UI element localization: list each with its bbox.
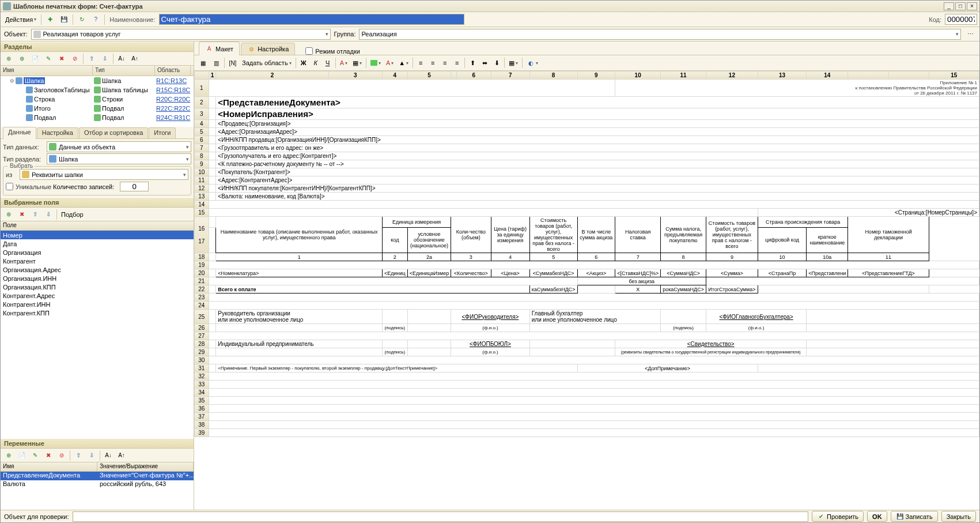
sec-up-button[interactable]: ⇧ — [85, 53, 98, 65]
align-left-button[interactable]: ≡ — [415, 57, 426, 69]
merge-button[interactable]: ▦ — [506, 57, 520, 69]
var-sort-asc-button[interactable]: A↓ — [102, 450, 115, 461]
var-delete-button[interactable]: ✖ — [42, 450, 55, 461]
close-form-button[interactable]: Закрыть — [941, 511, 976, 522]
align-right-button[interactable]: ≡ — [439, 57, 451, 69]
field-row[interactable]: Организация.КПП — [1, 283, 194, 291]
statusbar: Объект для проверки: ✔Проверить OK 💾Запи… — [1, 510, 979, 522]
unique-checkbox[interactable]: Уникальные — [6, 183, 47, 190]
write-button[interactable]: 💾Записать — [891, 511, 938, 522]
font-button[interactable]: A — [338, 57, 350, 69]
verify-button[interactable]: ✔Проверить — [812, 511, 864, 522]
actions-more-button[interactable]: ⋯ — [964, 28, 976, 40]
from-combo[interactable]: Реквизиты шапки — [20, 169, 188, 180]
window-title: Шаблоны печатных форм: Счет-фактура — [13, 3, 944, 10]
sec-sort-desc-button[interactable]: A↑ — [128, 53, 141, 65]
valign-mid-button[interactable]: ⬌ — [479, 57, 490, 69]
textcolor-button[interactable]: A — [384, 57, 396, 69]
datatype-combo[interactable]: Данные из объекта — [47, 141, 191, 152]
var-up-button[interactable]: ⇧ — [72, 450, 85, 461]
sections-tree[interactable]: ⊖ Шапка ШапкаR1C:R13C ЗаголовокТаблицы Ш… — [1, 76, 194, 127]
sec-down-button[interactable]: ⇩ — [99, 53, 111, 65]
name-input[interactable] — [159, 14, 464, 25]
var-copy-button[interactable]: 📄 — [16, 450, 28, 461]
count-input[interactable] — [120, 182, 149, 191]
fld-delete-button[interactable]: ✖ — [16, 209, 28, 220]
maximize-button[interactable]: □ — [955, 2, 966, 10]
spreadsheet[interactable]: 1234567891011121314151Приложение № 1к по… — [194, 71, 979, 510]
field-row[interactable]: Контрагент.КПП — [1, 308, 194, 317]
var-row[interactable]: ПредставлениеДокументаЗначение="Счет-фак… — [1, 472, 194, 480]
var-sort-desc-button[interactable]: A↑ — [115, 450, 128, 461]
fmt-names-button[interactable]: [N] — [226, 57, 239, 69]
save-button[interactable]: 💾 — [58, 14, 70, 25]
tab-data[interactable]: Данные — [3, 127, 36, 139]
var-down-button[interactable]: ⇩ — [85, 450, 98, 461]
set-area-button[interactable]: Задать область — [240, 57, 294, 69]
section-row[interactable]: ЗаголовокТаблицы Шапка таблицыR15C:R18C — [1, 85, 194, 95]
fld-up-button[interactable]: ⇧ — [29, 209, 41, 220]
ok-button[interactable]: OK — [867, 511, 887, 522]
sec-edit-button[interactable]: ✎ — [42, 53, 55, 65]
actions-menu[interactable]: Действия — [3, 14, 39, 25]
field-row[interactable]: Номер — [1, 231, 194, 239]
field-row[interactable]: Контрагент.ИНН — [1, 300, 194, 308]
add-button[interactable]: ✚ — [44, 14, 56, 25]
field-row[interactable]: Организация.ИНН — [1, 274, 194, 283]
sec-copy-button[interactable]: 📄 — [29, 53, 41, 65]
var-edit-button[interactable]: ✎ — [29, 450, 41, 461]
sec-add-button[interactable]: ⊕ — [2, 53, 15, 65]
fields-title: Выбранные поля — [1, 197, 194, 208]
bgcolor-button[interactable] — [368, 57, 383, 69]
fmt-props-button[interactable]: ▥ — [210, 57, 222, 69]
refresh-button[interactable]: ↻ — [75, 14, 88, 25]
field-row[interactable]: Дата — [1, 239, 194, 248]
section-row[interactable]: ⊖ Шапка ШапкаR1C:R13C — [1, 76, 194, 85]
field-row[interactable]: Организация — [1, 248, 194, 257]
data-tabs: Данные Настройка Отбор и сортировка Итог… — [1, 127, 194, 139]
field-row[interactable]: Контрагент.Адрес — [1, 291, 194, 300]
sec-sort-asc-button[interactable]: A↓ — [115, 53, 128, 65]
fld-add-button[interactable]: ⊕ — [2, 209, 15, 220]
border-button[interactable]: ▦ — [350, 57, 364, 69]
podbor-button[interactable]: Подбор — [59, 209, 86, 220]
field-row[interactable]: Контрагент — [1, 257, 194, 265]
section-row[interactable]: Итого ПодвалR22C:R22C — [1, 104, 194, 113]
debug-checkbox[interactable]: Режим отладки — [305, 47, 360, 55]
close-button[interactable]: × — [967, 2, 977, 10]
field-row[interactable]: Организация.Адрес — [1, 265, 194, 274]
var-row[interactable]: Валютароссийский рубль, 643 — [1, 480, 194, 489]
tab-filter[interactable]: Отбор и сортировка — [79, 127, 148, 138]
fmt-table-button[interactable]: ▦ — [196, 57, 209, 69]
insert-button[interactable]: ◐ — [524, 57, 540, 69]
sectiontype-combo[interactable]: Шапка — [47, 153, 191, 164]
sec-add2-button[interactable]: ⊕ — [16, 53, 28, 65]
align-justify-button[interactable]: ≡ — [451, 57, 463, 69]
object-combo[interactable]: Реализация товаров услуг — [31, 29, 331, 40]
tab-settings[interactable]: Настройка — [37, 127, 78, 138]
fields-list[interactable]: НомерДатаОрганизацияКонтрагентОрганизаци… — [1, 231, 194, 438]
tab-editor-settings[interactable]: ⚙Настройка — [241, 43, 295, 55]
align-center-button[interactable]: ≡ — [427, 57, 438, 69]
group-combo[interactable]: Реализация — [359, 29, 961, 40]
section-row[interactable]: Строка СтрокиR20C:R20C — [1, 95, 194, 104]
section-row[interactable]: Подвал ПодвалR24C:R31C — [1, 113, 194, 122]
tab-totals[interactable]: Итоги — [149, 127, 176, 138]
fld-down-button[interactable]: ⇩ — [42, 209, 55, 220]
sec-delete-button[interactable]: ✖ — [55, 53, 68, 65]
bold-button[interactable]: Ж — [298, 57, 309, 69]
vars-list[interactable]: ПредставлениеДокументаЗначение="Счет-фак… — [1, 472, 194, 510]
var-mark-button[interactable]: ⊘ — [55, 450, 68, 461]
var-add-button[interactable]: ⊕ — [2, 450, 15, 461]
code-input[interactable] — [945, 14, 977, 25]
bordercolor-button[interactable]: ▲ — [396, 57, 411, 69]
help-button[interactable]: ? — [89, 14, 102, 25]
minimize-button[interactable]: _ — [944, 2, 954, 10]
valign-top-button[interactable]: ⬆ — [467, 57, 478, 69]
underline-button[interactable]: Ч — [322, 57, 334, 69]
valign-bot-button[interactable]: ⬇ — [491, 57, 502, 69]
tab-layout[interactable]: AМакет — [199, 42, 240, 55]
sec-mark-button[interactable]: ⊘ — [69, 53, 81, 65]
check-object-input[interactable] — [73, 511, 809, 522]
italic-button[interactable]: К — [310, 57, 321, 69]
